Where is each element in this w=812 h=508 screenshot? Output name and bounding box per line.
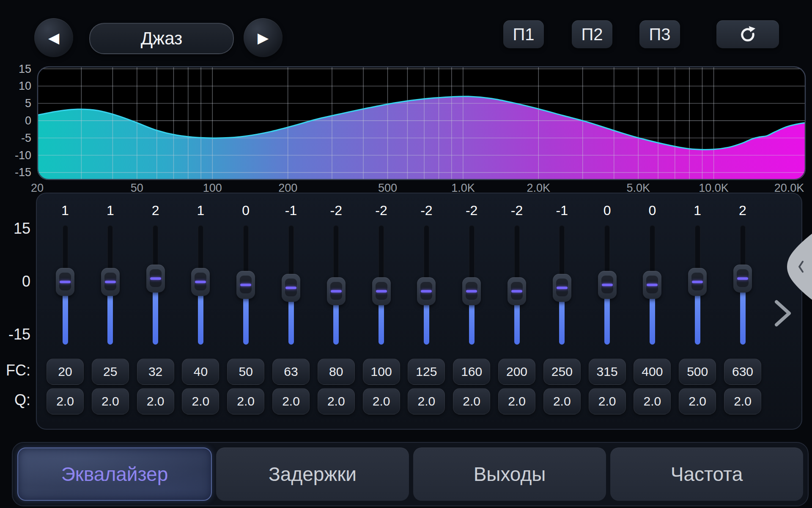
band-q-button[interactable]: 2.0 <box>543 388 581 414</box>
band-q-button[interactable]: 2.0 <box>92 388 129 414</box>
band-fc-button[interactable]: 63 <box>272 359 310 385</box>
band-gain-slider[interactable] <box>494 225 539 345</box>
memory-button-p1[interactable]: П1 <box>503 20 544 48</box>
band-fc-button[interactable]: 32 <box>137 359 174 385</box>
eq-band-column: 2322.0 <box>133 193 178 431</box>
band-gain-slider[interactable] <box>675 225 720 345</box>
band-q-button[interactable]: 2.0 <box>272 388 310 414</box>
slider-thumb[interactable] <box>733 265 752 293</box>
eq-band-column: -12502.0 <box>540 193 584 431</box>
band-gain-slider[interactable] <box>585 225 630 345</box>
preset-prev-button[interactable]: ◀ <box>34 18 73 57</box>
band-fc-button[interactable]: 630 <box>724 359 761 385</box>
band-q-button[interactable]: 2.0 <box>679 388 716 414</box>
band-fc-button[interactable]: 20 <box>47 359 84 385</box>
slider-thumb-dash-icon <box>60 281 71 283</box>
reset-button[interactable] <box>716 20 779 48</box>
slider-thumb[interactable] <box>191 268 210 296</box>
memory-button-p3[interactable]: П3 <box>639 20 680 48</box>
preset-selector[interactable]: Джаз <box>89 23 234 54</box>
tab-delays[interactable]: Задержки <box>216 447 409 501</box>
scroll-bands-right-button[interactable] <box>773 300 793 327</box>
band-q-button[interactable]: 2.0 <box>182 388 219 414</box>
band-q-button[interactable]: 2.0 <box>453 388 490 414</box>
slider-thumb-dash-icon <box>737 277 748 280</box>
band-q-button[interactable]: 2.0 <box>137 388 174 414</box>
slider-thumb[interactable] <box>236 271 255 299</box>
band-fc-button[interactable]: 50 <box>227 359 264 385</box>
band-gain-slider[interactable] <box>88 225 133 345</box>
eq-band-column: -1632.0 <box>269 193 313 431</box>
band-fc-button[interactable]: 400 <box>634 359 671 385</box>
tab-label: Задержки <box>269 463 357 486</box>
band-gain-slider[interactable] <box>449 225 494 345</box>
slider-thumb[interactable] <box>282 274 300 302</box>
preset-next-button[interactable]: ▶ <box>244 18 283 57</box>
slider-thumb[interactable] <box>462 277 481 305</box>
band-fc-button[interactable]: 160 <box>453 359 490 385</box>
slider-thumb[interactable] <box>372 277 391 305</box>
band-gain-value: 0 <box>630 203 675 218</box>
band-q-button[interactable]: 2.0 <box>363 388 400 414</box>
memory-button-label: П3 <box>649 25 671 44</box>
band-fc-button[interactable]: 200 <box>498 359 535 385</box>
band-q-button[interactable]: 2.0 <box>589 388 626 414</box>
slider-thumb[interactable] <box>553 274 571 302</box>
band-gain-slider[interactable] <box>269 225 313 345</box>
band-gain-slider[interactable] <box>133 225 178 345</box>
band-gain-slider[interactable] <box>720 225 765 345</box>
band-q-button[interactable]: 2.0 <box>227 388 264 414</box>
tab-equalizer[interactable]: Эквалайзер <box>17 447 212 501</box>
band-fc-button[interactable]: 500 <box>679 359 716 385</box>
memory-button-p2[interactable]: П2 <box>572 20 612 48</box>
slider-thumb-dash-icon <box>195 281 206 283</box>
slider-thumb[interactable] <box>643 271 661 299</box>
q-row-label: Q: <box>0 391 30 409</box>
gain-scale-min-label: -15 <box>0 326 30 343</box>
band-gain-value: 1 <box>43 203 88 218</box>
slider-thumb[interactable] <box>417 277 436 305</box>
band-gain-slider[interactable] <box>314 225 359 345</box>
band-gain-slider[interactable] <box>404 225 449 345</box>
tab-outputs[interactable]: Выходы <box>413 447 606 501</box>
slider-thumb[interactable] <box>508 277 526 305</box>
band-fc-button[interactable]: 250 <box>543 359 581 385</box>
tab-label: Частота <box>671 463 743 486</box>
slider-thumb[interactable] <box>598 271 617 299</box>
band-fc-button[interactable]: 40 <box>182 359 219 385</box>
slider-thumb[interactable] <box>688 268 707 296</box>
band-gain-slider[interactable] <box>223 225 268 345</box>
band-gain-slider[interactable] <box>359 225 404 345</box>
arrow-right-icon: ▶ <box>258 29 269 46</box>
band-q-button[interactable]: 2.0 <box>47 388 84 414</box>
band-gain-slider[interactable] <box>540 225 584 345</box>
slider-thumb[interactable] <box>101 268 120 296</box>
chevron-right-icon <box>776 302 789 325</box>
slider-thumb[interactable] <box>56 268 74 296</box>
y-tick-label: 5 <box>25 97 31 110</box>
slider-thumb[interactable] <box>146 265 165 293</box>
band-fc-button[interactable]: 315 <box>589 359 626 385</box>
band-fc-button[interactable]: 100 <box>363 359 400 385</box>
band-q-button[interactable]: 2.0 <box>498 388 535 414</box>
slider-thumb[interactable] <box>327 277 346 305</box>
band-q-button[interactable]: 2.0 <box>408 388 445 414</box>
equalizer-screen: ◀ Джаз ▶ П1 П2 П3 20501002005001.0K2.0K5… <box>0 0 812 508</box>
band-fc-button[interactable]: 80 <box>318 359 355 385</box>
band-fc-button[interactable]: 125 <box>408 359 445 385</box>
band-gain-slider[interactable] <box>630 225 675 345</box>
band-gain-value: -2 <box>314 203 359 218</box>
memory-button-label: П2 <box>582 25 603 44</box>
band-q-button[interactable]: 2.0 <box>318 388 355 414</box>
y-tick-label: -5 <box>21 132 31 144</box>
side-drawer-handle[interactable] <box>786 234 812 300</box>
band-fc-button[interactable]: 25 <box>92 359 129 385</box>
tab-frequency[interactable]: Частота <box>610 447 803 501</box>
band-gain-value: -2 <box>494 203 539 218</box>
band-gain-value: 2 <box>720 203 765 218</box>
band-gain-slider[interactable] <box>43 225 88 345</box>
y-tick-label: 10 <box>19 80 31 92</box>
band-q-button[interactable]: 2.0 <box>634 388 671 414</box>
band-q-button[interactable]: 2.0 <box>724 388 761 414</box>
band-gain-slider[interactable] <box>178 225 223 345</box>
